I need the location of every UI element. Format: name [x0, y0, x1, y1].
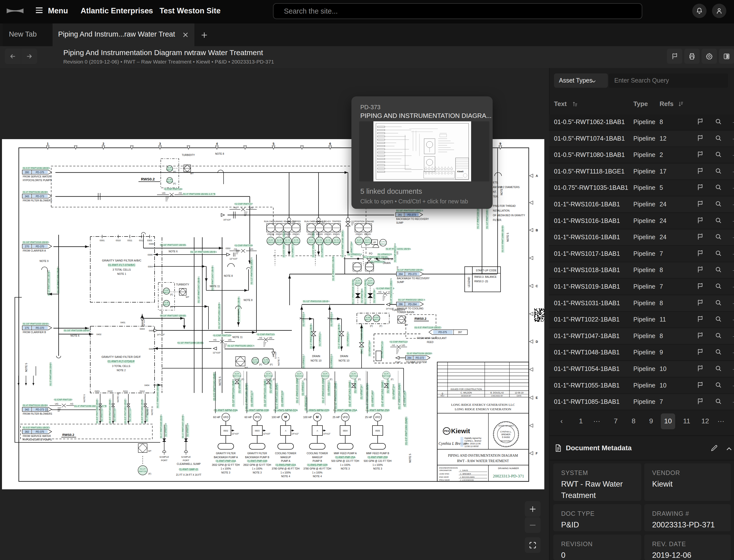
svg-text:3780 GPM @ 45 FT TDH: 3780 GPM @ 45 FT TDH	[272, 467, 300, 470]
svg-text:01-HY: 01-HY	[268, 239, 273, 241]
svg-text:TO MMF SYSTEM: TO MMF SYSTEM	[406, 361, 427, 364]
svg-text:RUN CMD: RUN CMD	[264, 220, 273, 223]
svg-text:01-PCV: 01-PCV	[380, 241, 386, 243]
svg-text:01-0.5"-RWT1080-1BAB1: 01-0.5"-RWT1080-1BAB1	[501, 225, 504, 252]
svg-text:01-VRWT732F: 01-VRWT732F	[100, 407, 103, 421]
svg-text:WT: WT	[190, 172, 194, 175]
svg-text:FO: FO	[369, 252, 373, 255]
svg-text:VFD: VFD	[342, 416, 348, 419]
svg-text:NOTE 8: NOTE 8	[243, 299, 253, 302]
svg-text:0410: 0410	[108, 390, 112, 392]
svg-text:RWT776: RWT776	[373, 319, 380, 321]
svg-text:PD-370: PD-370	[36, 327, 44, 329]
svg-text:J. BOCKELMAN: J. BOCKELMAN	[460, 476, 475, 478]
svg-text:RWT721B: RWT721B	[264, 375, 272, 377]
svg-text:RWS101: RWS101	[355, 241, 362, 243]
svg-text:SUMP: SUMP	[396, 221, 404, 224]
svg-text:01-16"-RWT1016-1BAB1: 01-16"-RWT1016-1BAB1	[23, 241, 49, 243]
svg-text:6: 6	[329, 142, 331, 146]
svg-text:(F): (F)	[173, 182, 176, 185]
svg-text:UG: UG	[250, 206, 253, 209]
svg-text:UG: UG	[402, 344, 405, 346]
svg-text:LEAD ENG: LEAD ENG	[439, 473, 449, 475]
svg-text:500 GPM @ 131 FT TDH: 500 GPM @ 131 FT TDH	[364, 460, 392, 462]
svg-text:RWT720: RWT720	[139, 470, 147, 473]
svg-text:WT: WT	[148, 450, 151, 452]
svg-text:01-1"-RWT1085-1BAB1: 01-1"-RWT1085-1BAB1	[245, 383, 248, 409]
svg-text:01-1"-RWS1019-1BAB1: 01-1"-RWS1019-1BAB1	[296, 376, 298, 403]
svg-text:01-PT: 01-PT	[355, 280, 360, 282]
svg-text:PD-375: PD-375	[439, 331, 447, 334]
svg-text:RUNNING: RUNNING	[313, 220, 323, 223]
svg-text:01-0.5"-RWT1062-1BAB1: 01-0.5"-RWT1062-1BAB1	[141, 399, 143, 423]
svg-text:RWS103A: RWS103A	[315, 241, 324, 243]
svg-text:01-AT: 01-AT	[167, 167, 172, 169]
svg-text:0403: 0403	[140, 328, 145, 330]
svg-text:RWS104: RWS104	[267, 241, 274, 243]
svg-text:NOTE 3: NOTE 3	[373, 467, 382, 470]
svg-text:12:56:12-06'00': 12:56:12-06'00'	[465, 445, 479, 448]
svg-text:3: 3	[159, 142, 161, 146]
svg-text:3 TOTAL CELLS: 3 TOTAL CELLS	[112, 268, 131, 271]
svg-text:01-RWT-MPM-03B: 01-RWT-MPM-03B	[245, 409, 269, 412]
svg-text:0300: 0300	[148, 254, 153, 256]
svg-text:PROJ MGR: PROJ MGR	[439, 479, 450, 481]
svg-text:01-VRWT144: 01-VRWT144	[392, 384, 395, 399]
svg-text:READY: READY	[324, 220, 331, 223]
svg-text:NOTE 7: NOTE 7	[277, 357, 280, 366]
svg-text:9: 9	[499, 142, 501, 146]
svg-text:286: 286	[399, 303, 403, 306]
svg-text:PD-373: PD-373	[408, 214, 416, 216]
svg-text:PD-375: PD-375	[36, 431, 44, 433]
svg-text:NOTE 6: NOTE 6	[70, 334, 80, 337]
svg-text:01-YS: 01-YS	[285, 239, 290, 241]
svg-text:2832 GPM @ 52 FT TDH: 2832 GPM @ 52 FT TDH	[212, 464, 240, 466]
svg-text:01-INJ-RWT102: 01-INJ-RWT102	[381, 341, 383, 358]
svg-text:FROM SERVICE WATER: FROM SERVICE WATER	[23, 175, 51, 178]
svg-text:01-ZT: 01-ZT	[357, 239, 361, 241]
svg-text:VFD: VFD	[254, 416, 260, 419]
svg-text:NOTE 11: NOTE 11	[117, 393, 119, 402]
svg-text:01-RWT-PMP-03A: 01-RWT-PMP-03A	[216, 460, 236, 462]
svg-text:FROM CLARIFIER B: FROM CLARIFIER B	[23, 331, 46, 334]
svg-text:01-VRWT847: 01-VRWT847	[373, 288, 376, 303]
svg-text:READY: READY	[284, 220, 291, 223]
svg-text:01-0.5"-RWT1051-1BGE1: 01-0.5"-RWT1051-1BGE1	[23, 426, 50, 429]
svg-text:Date: 2019.12.06: Date: 2019.12.06	[465, 442, 481, 445]
svg-text:UG: UG	[269, 336, 272, 339]
svg-text:01-CNP-RWT109: 01-CNP-RWT109	[213, 334, 231, 337]
svg-text:RWT788: RWT788	[262, 361, 269, 363]
svg-text:0400: 0400	[149, 348, 154, 350]
svg-text:AG: AG	[259, 336, 262, 339]
svg-text:1 x 100%: 1 x 100%	[312, 471, 322, 474]
svg-text:CLEARWELL SUMP: CLEARWELL SUMP	[177, 462, 200, 465]
svg-text:GRAVITY FILTER: GRAVITY FILTER	[247, 452, 267, 455]
svg-text:01-16"-RWT1037-1BAB1: 01-16"-RWT1037-1BAB1	[160, 243, 186, 246]
svg-text:01-8"-RWS1031-1BAB1: 01-8"-RWS1031-1BAB1	[331, 255, 334, 280]
svg-text:01-YS: 01-YS	[277, 239, 282, 241]
svg-text:270: 270	[25, 245, 29, 248]
svg-text:4: 4	[216, 142, 218, 146]
svg-text:RWS104A: RWS104A	[275, 241, 283, 243]
svg-text:AM AND 2 DIAMETERS: AM AND 2 DIAMETERS	[493, 186, 520, 189]
svg-text:TURBIDITY: TURBIDITY	[176, 283, 189, 286]
svg-text:01-CNP-RWT150: 01-CNP-RWT150	[54, 398, 72, 401]
svg-text:01-FIT: 01-FIT	[253, 359, 258, 361]
svg-text:DEMAND: DEMAND	[365, 220, 374, 223]
svg-text:RWT722B: RWT722B	[382, 375, 391, 377]
svg-text:12"x10": 12"x10"	[229, 257, 238, 260]
svg-text:ORIGINATOR: ORIGINATOR	[439, 469, 452, 472]
svg-text:12"x10": 12"x10"	[213, 351, 221, 354]
svg-text:01-4"-RWT0124-1BAB6: 01-4"-RWT0124-1BAB6	[23, 404, 48, 407]
svg-text:DRAIN: DRAIN	[312, 355, 320, 358]
svg-text:01-AIT: 01-AIT	[164, 289, 169, 291]
svg-text:NOTE 2: NOTE 2	[117, 369, 126, 372]
svg-text:01-12"-RWT0106-1BGC5: 01-12"-RWT0106-1BGC5	[250, 257, 253, 284]
svg-text:RWS0.2: RWS0.2	[62, 433, 74, 437]
svg-text:0502: 0502	[223, 430, 228, 432]
svg-text:(F): (F)	[370, 325, 373, 327]
svg-text:01-VRWT113F: 01-VRWT113F	[281, 390, 284, 407]
svg-text:01-VRWT739F: 01-VRWT739F	[368, 340, 371, 356]
svg-text:01-RWT-FLT-07D/E/F: 01-RWT-FLT-07D/E/F	[108, 360, 135, 363]
svg-text:01-VRWT143F: 01-VRWT143F	[404, 390, 406, 407]
